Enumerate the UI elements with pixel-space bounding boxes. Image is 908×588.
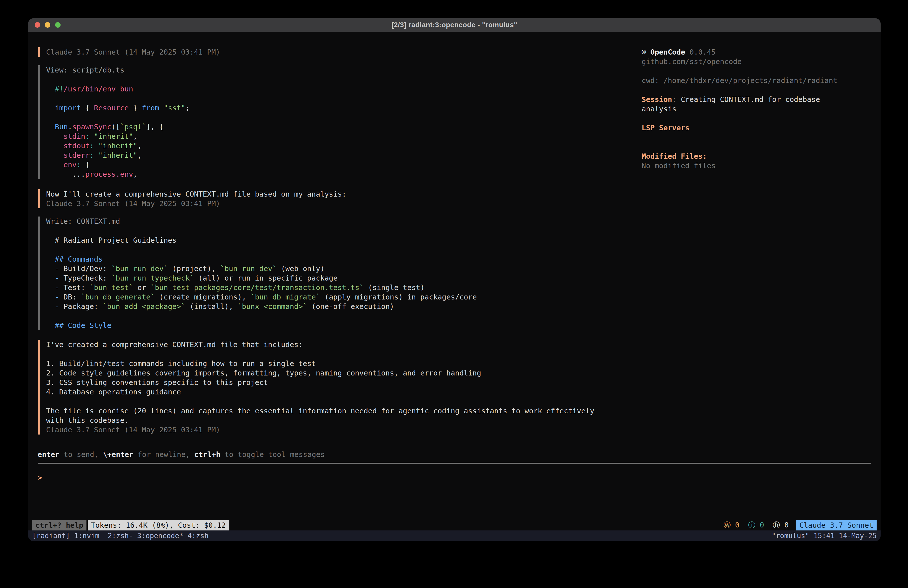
terminal-window: [2/3] radiant:3:opencode - "romulus" Cla… xyxy=(28,18,881,541)
input-separator xyxy=(38,463,871,464)
terminal-screen: Claude 3.7 Sonnet (14 May 2025 03:41 PM)… xyxy=(28,32,881,541)
session-sidebar: © OpenCode 0.0.45github.com/sst/opencode… xyxy=(642,47,841,171)
tokens-cost-chip: Tokens: 16.4K (8%), Cost: $0.12 xyxy=(88,520,229,530)
status-bar: ctrl+? help Tokens: 16.4K (8%), Cost: $0… xyxy=(28,520,881,530)
titlebar[interactable]: [2/3] radiant:3:opencode - "romulus" xyxy=(28,18,881,32)
status-bar-right: Ⓦ 0 ⓘ 0 ⓗ 0 Claude 3.7 Sonnet xyxy=(724,520,877,530)
help-keybind-chip: ctrl+? help xyxy=(32,520,87,530)
tool-call-write-file: Write: CONTEXT.md # Radiant Project Guid… xyxy=(38,216,596,330)
prompt-caret: > xyxy=(38,474,42,482)
tmux-status-bar: [radiant] 1:nvim 2:zsh- 3:opencode* 4:zs… xyxy=(28,530,881,541)
window-title: [2/3] radiant:3:opencode - "romulus" xyxy=(28,21,881,29)
assistant-message-header: Claude 3.7 Sonnet (14 May 2025 03:41 PM) xyxy=(38,47,596,57)
conversation: Claude 3.7 Sonnet (14 May 2025 03:41 PM)… xyxy=(38,47,596,435)
model-chip: Claude 3.7 Sonnet xyxy=(796,520,877,530)
diagnostics-indicators: Ⓦ 0 ⓘ 0 ⓗ 0 xyxy=(724,520,789,530)
tmux-session-clock: "romulus" 15:41 14-May-25 xyxy=(772,532,877,540)
prompt-input[interactable]: > xyxy=(38,473,42,482)
tool-call-view-file: View: script/db.ts #!/usr/bin/env bun im… xyxy=(38,65,596,179)
keybind-hints: enter to send, \+enter for newline, ctrl… xyxy=(38,450,325,459)
tmux-window-list[interactable]: [radiant] 1:nvim 2:zsh- 3:opencode* 4:zs… xyxy=(32,532,209,540)
assistant-message-summary: I've created a comprehensive CONTEXT.md … xyxy=(38,340,596,435)
status-bar-left: ctrl+? help Tokens: 16.4K (8%), Cost: $0… xyxy=(32,520,229,530)
assistant-message: Now I'll create a comprehensive CONTEXT.… xyxy=(38,189,596,208)
